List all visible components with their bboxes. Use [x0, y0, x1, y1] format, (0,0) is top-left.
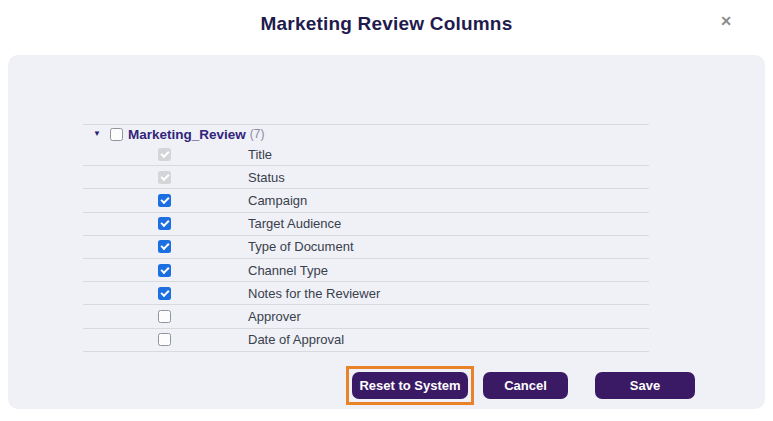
column-checkbox[interactable]	[158, 310, 171, 323]
column-label: Target Audience	[248, 216, 341, 231]
column-row: Approver	[83, 305, 649, 328]
column-checkbox[interactable]	[158, 287, 171, 300]
column-label: Notes for the Reviewer	[248, 286, 380, 301]
columns-modal: Marketing Review Columns ✕ ▼ Marketing_R…	[0, 0, 773, 421]
column-row: Type of Document	[83, 236, 649, 259]
column-checkbox[interactable]	[158, 217, 171, 230]
group-header-row: ▼ Marketing_Review (7)	[83, 124, 649, 143]
column-checkbox	[158, 148, 171, 161]
column-label: Date of Approval	[248, 332, 344, 347]
column-label: Campaign	[248, 193, 307, 208]
column-row: Target Audience	[83, 213, 649, 236]
column-checkbox[interactable]	[158, 240, 171, 253]
cancel-button[interactable]: Cancel	[483, 372, 568, 399]
reset-to-system-button[interactable]: Reset to System	[352, 372, 468, 399]
column-row: Status	[83, 166, 649, 189]
column-checkbox[interactable]	[158, 264, 171, 277]
column-row: Campaign	[83, 189, 649, 212]
column-row: Title	[83, 143, 649, 166]
close-icon[interactable]: ✕	[717, 12, 735, 30]
column-label: Channel Type	[248, 263, 328, 278]
save-button[interactable]: Save	[595, 372, 695, 399]
column-label: Type of Document	[248, 239, 354, 254]
group-checkbox[interactable]	[110, 128, 123, 141]
group-label: Marketing_Review	[128, 127, 246, 142]
column-checkbox	[158, 171, 171, 184]
column-rows: Title Status Campaign Target Audience Ty…	[83, 143, 649, 352]
column-label: Status	[248, 170, 285, 185]
columns-tree: ▼ Marketing_Review (7) Title Status Camp…	[83, 124, 649, 352]
modal-body-panel: ▼ Marketing_Review (7) Title Status Camp…	[8, 55, 765, 409]
column-label: Approver	[248, 309, 301, 324]
column-checkbox[interactable]	[158, 194, 171, 207]
column-label: Title	[248, 147, 272, 162]
modal-title: Marketing Review Columns	[0, 13, 773, 35]
column-checkbox[interactable]	[158, 333, 171, 346]
column-row: Date of Approval	[83, 329, 649, 352]
group-count: (7)	[250, 127, 265, 141]
column-row: Notes for the Reviewer	[83, 282, 649, 305]
collapse-caret-icon[interactable]: ▼	[93, 130, 101, 138]
column-row: Channel Type	[83, 259, 649, 282]
